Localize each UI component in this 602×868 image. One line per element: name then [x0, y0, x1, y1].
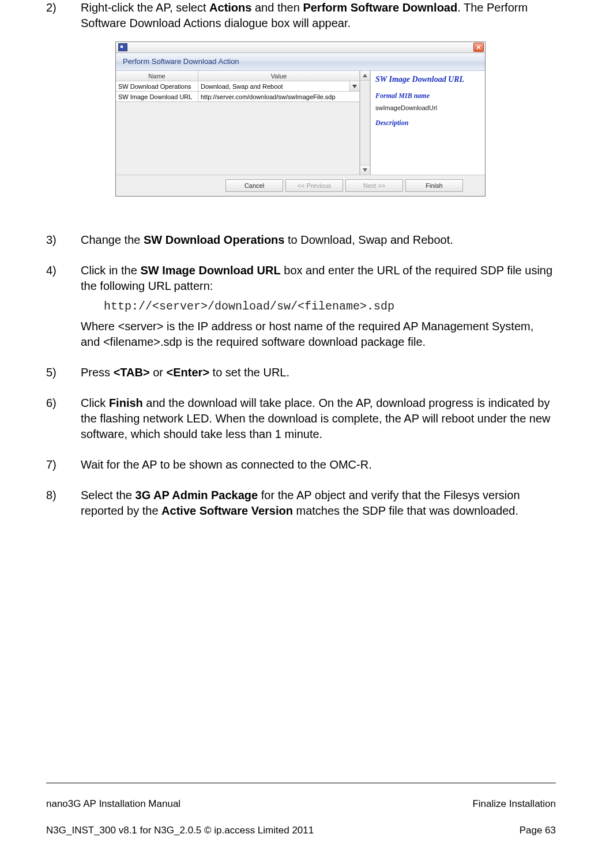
step-7: 7) Wait for the AP to be shown as connec…: [46, 457, 556, 473]
finish-button[interactable]: Finish: [405, 179, 463, 192]
scroll-track[interactable]: [360, 81, 370, 165]
chevron-down-icon: [352, 85, 357, 88]
step-text: Click Finish and the download will take …: [81, 395, 556, 442]
next-button[interactable]: Next >>: [345, 179, 403, 192]
dialog-body: Name Value SW Download Operations Downlo…: [116, 71, 485, 175]
column-header-value: Value: [198, 71, 360, 81]
step-number: 8): [46, 488, 81, 519]
table-row: SW Image Download URL http://server.com/…: [116, 92, 360, 102]
page-footer: nano3G AP Installation Manual N3G_INST_3…: [46, 783, 556, 851]
step-4: 4) Click in the SW Image Download URL bo…: [46, 263, 556, 350]
step-6: 6) Click Finish and the download will ta…: [46, 395, 556, 442]
column-header-name: Name: [116, 71, 198, 81]
step-8: 8) Select the 3G AP Admin Package for th…: [46, 488, 556, 519]
text: to set the URL.: [209, 366, 289, 379]
footer-doc-version: N3G_INST_300 v8.1 for N3G_2.0.5 © ip.acc…: [46, 824, 314, 837]
footer-page-number: Page 63: [472, 824, 556, 837]
chevron-down-icon: [363, 168, 367, 172]
help-heading: SW Image Download URL: [375, 74, 480, 85]
scrollbar[interactable]: [360, 71, 370, 175]
step-3: 3) Change the SW Download Operations to …: [46, 232, 556, 248]
text-bold: Perform Software Download: [303, 1, 457, 14]
step-text: Wait for the AP to be shown as connected…: [81, 457, 556, 473]
help-panel: SW Image Download URL Formal MIB name sw…: [370, 71, 485, 175]
dialog-window: Perform Software Download Action Name Va…: [115, 41, 486, 197]
text-bold: Active Software Version: [161, 504, 293, 517]
dialog-footer: Cancel << Previous Next >> Finish: [116, 175, 485, 196]
property-grid: Name Value SW Download Operations Downlo…: [116, 71, 370, 175]
scroll-down-button[interactable]: [360, 165, 370, 175]
step-text: Press <TAB> or <Enter> to set the URL.: [81, 365, 556, 380]
step-subtext: Where <server> is the IP address or host…: [81, 319, 556, 350]
step-number: 3): [46, 232, 81, 248]
grid-header: Name Value: [116, 71, 360, 81]
grid-empty-area: [116, 102, 360, 175]
step-number: 6): [46, 395, 81, 442]
text: and the download will take place. On the…: [81, 397, 551, 440]
help-formal-label: Formal MIB name: [375, 91, 480, 100]
row-name: SW Download Operations: [116, 81, 198, 92]
text: Click: [81, 397, 109, 409]
dropdown-button[interactable]: [349, 81, 359, 91]
table-row: SW Download Operations Download, Swap an…: [116, 81, 360, 92]
step-text: Click in the SW Image Download URL box a…: [81, 263, 556, 350]
step-text: Select the 3G AP Admin Package for the A…: [81, 488, 556, 519]
row-value-text: http://server.com/download/sw/swImageFil…: [201, 93, 336, 100]
footer-doc-title: nano3G AP Installation Manual: [46, 798, 314, 811]
text-bold: <TAB>: [114, 366, 150, 379]
dialog-screenshot: Perform Software Download Action Name Va…: [115, 41, 556, 197]
cancel-button[interactable]: Cancel: [225, 179, 283, 192]
text: Click in the: [81, 264, 140, 277]
text-bold: <Enter>: [167, 366, 209, 379]
text-bold: SW Image Download URL: [140, 264, 280, 277]
step-number: 7): [46, 457, 81, 473]
footer-section: Finalize Installation: [472, 798, 556, 811]
step-number: 2): [46, 0, 81, 217]
text: matches the SDP file that was downloaded…: [293, 504, 518, 517]
app-icon: [118, 43, 127, 51]
step-2: 2) Right-click the AP, select Actions an…: [46, 0, 556, 217]
close-icon: [476, 45, 481, 50]
text-bold: Actions: [209, 1, 251, 14]
step-text: Right-click the AP, select Actions and t…: [81, 0, 556, 217]
scroll-up-button[interactable]: [360, 71, 370, 81]
text: and then: [251, 1, 303, 14]
close-button[interactable]: [473, 43, 484, 52]
step-number: 4): [46, 263, 81, 350]
text: or: [150, 366, 167, 379]
text-bold: 3G AP Admin Package: [136, 489, 258, 501]
step-5: 5) Press <TAB> or <Enter> to set the URL…: [46, 365, 556, 380]
text: Change the: [81, 233, 144, 246]
row-value-text: Download, Swap and Reboot: [201, 83, 283, 90]
previous-button[interactable]: << Previous: [285, 179, 343, 192]
code-example: http://<server>/download/sw/<filename>.s…: [104, 299, 556, 314]
row-value-dropdown[interactable]: Download, Swap and Reboot: [198, 81, 360, 92]
text: to Download, Swap and Reboot.: [284, 233, 453, 246]
chevron-up-icon: [363, 74, 367, 77]
step-text: Change the SW Download Operations to Dow…: [81, 232, 556, 248]
row-name: SW Image Download URL: [116, 92, 198, 102]
text: Select the: [81, 489, 136, 501]
dialog-titlebar: [116, 42, 485, 53]
text-bold: SW Download Operations: [144, 233, 284, 246]
text: Right-click the AP, select: [81, 1, 209, 14]
step-number: 5): [46, 365, 81, 380]
help-formal-value: swImageDownloadUrl: [375, 104, 480, 112]
dialog-title: Perform Software Download Action: [116, 53, 485, 71]
row-value-input[interactable]: http://server.com/download/sw/swImageFil…: [198, 92, 360, 102]
text-bold: Finish: [109, 397, 143, 409]
help-description-label: Description: [375, 118, 480, 127]
text: Press: [81, 366, 114, 379]
